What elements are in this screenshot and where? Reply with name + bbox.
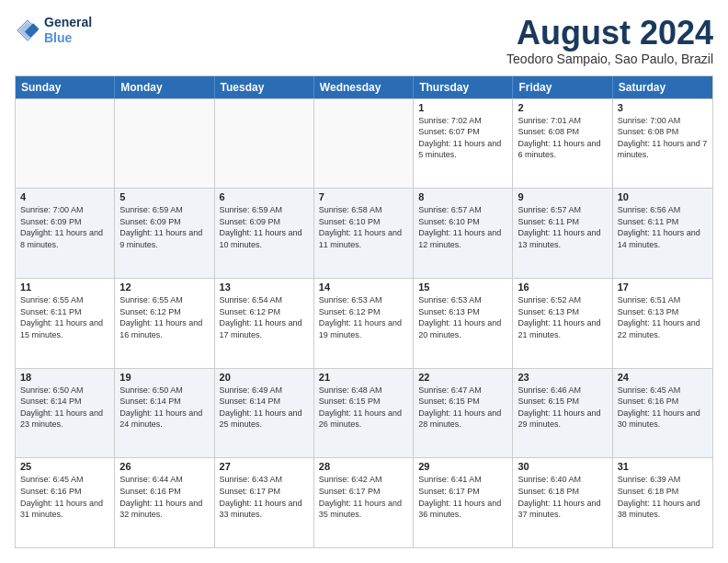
- day-number: 5: [119, 191, 209, 202]
- day-number: 2: [518, 102, 607, 113]
- cell-details: Sunrise: 6:53 AM Sunset: 6:12 PM Dayligh…: [319, 294, 408, 340]
- day-number: 24: [618, 372, 708, 383]
- day-number: 9: [518, 191, 607, 202]
- calendar-row: 4Sunrise: 7:00 AM Sunset: 6:09 PM Daylig…: [16, 188, 712, 278]
- page: General Blue August 2024 Teodoro Sampaio…: [0, 0, 728, 563]
- cell-details: Sunrise: 6:58 AM Sunset: 6:10 PM Dayligh…: [319, 204, 408, 250]
- calendar-cell: 28Sunrise: 6:42 AM Sunset: 6:17 PM Dayli…: [314, 458, 414, 547]
- cell-details: Sunrise: 6:46 AM Sunset: 6:15 PM Dayligh…: [518, 385, 607, 431]
- calendar-header-cell: Monday: [115, 76, 214, 98]
- calendar-header: SundayMondayTuesdayWednesdayThursdayFrid…: [16, 76, 712, 98]
- calendar-header-cell: Tuesday: [215, 76, 314, 98]
- cell-details: Sunrise: 6:57 AM Sunset: 6:11 PM Dayligh…: [518, 204, 607, 250]
- calendar-cell: 30Sunrise: 6:40 AM Sunset: 6:18 PM Dayli…: [513, 458, 612, 547]
- cell-details: Sunrise: 6:50 AM Sunset: 6:14 PM Dayligh…: [119, 385, 209, 431]
- calendar-cell: 6Sunrise: 6:59 AM Sunset: 6:09 PM Daylig…: [215, 189, 314, 278]
- calendar-cell: 27Sunrise: 6:43 AM Sunset: 6:17 PM Dayli…: [215, 458, 314, 547]
- calendar-cell: 15Sunrise: 6:53 AM Sunset: 6:13 PM Dayli…: [414, 279, 513, 368]
- cell-details: Sunrise: 6:51 AM Sunset: 6:13 PM Dayligh…: [618, 294, 708, 340]
- cell-details: Sunrise: 7:00 AM Sunset: 6:09 PM Dayligh…: [20, 204, 109, 250]
- logo-line2: Blue: [44, 30, 92, 46]
- calendar-header-cell: Wednesday: [314, 76, 414, 98]
- calendar-cell: 31Sunrise: 6:39 AM Sunset: 6:18 PM Dayli…: [613, 458, 712, 547]
- header: General Blue August 2024 Teodoro Sampaio…: [15, 15, 713, 66]
- day-number: 28: [319, 461, 408, 472]
- calendar-cell: [16, 99, 115, 189]
- calendar-cell: 1Sunrise: 7:02 AM Sunset: 6:07 PM Daylig…: [414, 99, 513, 189]
- day-number: 26: [119, 461, 209, 472]
- cell-details: Sunrise: 6:45 AM Sunset: 6:16 PM Dayligh…: [618, 385, 708, 431]
- day-number: 1: [418, 102, 507, 113]
- day-number: 27: [220, 461, 309, 472]
- title-section: August 2024 Teodoro Sampaio, Sao Paulo, …: [506, 15, 713, 66]
- day-number: 21: [319, 372, 408, 383]
- cell-details: Sunrise: 7:02 AM Sunset: 6:07 PM Dayligh…: [418, 115, 507, 161]
- cell-details: Sunrise: 6:47 AM Sunset: 6:15 PM Dayligh…: [418, 385, 507, 431]
- day-number: 20: [220, 372, 309, 383]
- calendar-cell: 23Sunrise: 6:46 AM Sunset: 6:15 PM Dayli…: [513, 369, 612, 458]
- calendar-cell: 10Sunrise: 6:56 AM Sunset: 6:11 PM Dayli…: [613, 189, 712, 278]
- calendar-cell: 29Sunrise: 6:41 AM Sunset: 6:17 PM Dayli…: [414, 458, 513, 547]
- day-number: 18: [20, 372, 109, 383]
- cell-details: Sunrise: 6:42 AM Sunset: 6:17 PM Dayligh…: [319, 474, 408, 520]
- day-number: 19: [119, 372, 209, 383]
- logo-icon: [15, 17, 40, 43]
- logo-text: General Blue: [44, 15, 92, 46]
- cell-details: Sunrise: 6:55 AM Sunset: 6:11 PM Dayligh…: [20, 294, 109, 340]
- calendar-cell: 13Sunrise: 6:54 AM Sunset: 6:12 PM Dayli…: [215, 279, 314, 368]
- cell-details: Sunrise: 6:57 AM Sunset: 6:10 PM Dayligh…: [418, 204, 507, 250]
- day-number: 16: [518, 282, 607, 293]
- calendar-cell: 7Sunrise: 6:58 AM Sunset: 6:10 PM Daylig…: [314, 189, 414, 278]
- cell-details: Sunrise: 6:50 AM Sunset: 6:14 PM Dayligh…: [20, 385, 109, 431]
- calendar-cell: 18Sunrise: 6:50 AM Sunset: 6:14 PM Dayli…: [16, 369, 115, 458]
- logo: General Blue: [15, 15, 92, 46]
- calendar-header-cell: Thursday: [414, 76, 513, 98]
- day-number: 15: [418, 282, 507, 293]
- calendar-cell: 17Sunrise: 6:51 AM Sunset: 6:13 PM Dayli…: [613, 279, 712, 368]
- calendar-header-cell: Friday: [513, 76, 612, 98]
- day-number: 29: [418, 461, 507, 472]
- day-number: 23: [518, 372, 607, 383]
- day-number: 31: [618, 461, 708, 472]
- calendar-cell: [215, 99, 314, 189]
- calendar-cell: 22Sunrise: 6:47 AM Sunset: 6:15 PM Dayli…: [414, 369, 513, 458]
- cell-details: Sunrise: 6:53 AM Sunset: 6:13 PM Dayligh…: [418, 294, 507, 340]
- day-number: 22: [418, 372, 507, 383]
- day-number: 6: [220, 191, 309, 202]
- month-title: August 2024: [506, 15, 713, 52]
- calendar-row: 25Sunrise: 6:45 AM Sunset: 6:16 PM Dayli…: [16, 457, 712, 547]
- calendar-row: 18Sunrise: 6:50 AM Sunset: 6:14 PM Dayli…: [16, 368, 712, 458]
- cell-details: Sunrise: 6:43 AM Sunset: 6:17 PM Dayligh…: [220, 474, 309, 520]
- logo-line1: General: [44, 15, 92, 30]
- calendar: SundayMondayTuesdayWednesdayThursdayFrid…: [15, 75, 713, 548]
- calendar-cell: [314, 99, 414, 189]
- day-number: 30: [518, 461, 607, 472]
- day-number: 17: [618, 282, 708, 293]
- calendar-cell: 4Sunrise: 7:00 AM Sunset: 6:09 PM Daylig…: [16, 189, 115, 278]
- cell-details: Sunrise: 6:55 AM Sunset: 6:12 PM Dayligh…: [119, 294, 209, 340]
- day-number: 12: [119, 282, 209, 293]
- day-number: 14: [319, 282, 408, 293]
- calendar-cell: 26Sunrise: 6:44 AM Sunset: 6:16 PM Dayli…: [115, 458, 214, 547]
- day-number: 25: [20, 461, 109, 472]
- calendar-cell: 20Sunrise: 6:49 AM Sunset: 6:14 PM Dayli…: [215, 369, 314, 458]
- calendar-cell: 11Sunrise: 6:55 AM Sunset: 6:11 PM Dayli…: [16, 279, 115, 368]
- day-number: 8: [418, 191, 507, 202]
- day-number: 7: [319, 191, 408, 202]
- cell-details: Sunrise: 6:39 AM Sunset: 6:18 PM Dayligh…: [618, 474, 708, 520]
- cell-details: Sunrise: 6:49 AM Sunset: 6:14 PM Dayligh…: [220, 385, 309, 431]
- cell-details: Sunrise: 6:59 AM Sunset: 6:09 PM Dayligh…: [119, 204, 209, 250]
- day-number: 10: [618, 191, 708, 202]
- calendar-cell: 5Sunrise: 6:59 AM Sunset: 6:09 PM Daylig…: [115, 189, 214, 278]
- cell-details: Sunrise: 7:01 AM Sunset: 6:08 PM Dayligh…: [518, 115, 607, 161]
- day-number: 13: [220, 282, 309, 293]
- calendar-cell: 2Sunrise: 7:01 AM Sunset: 6:08 PM Daylig…: [513, 99, 612, 189]
- day-number: 4: [20, 191, 109, 202]
- calendar-cell: 12Sunrise: 6:55 AM Sunset: 6:12 PM Dayli…: [115, 279, 214, 368]
- cell-details: Sunrise: 6:41 AM Sunset: 6:17 PM Dayligh…: [418, 474, 507, 520]
- cell-details: Sunrise: 6:45 AM Sunset: 6:16 PM Dayligh…: [20, 474, 109, 520]
- calendar-row: 11Sunrise: 6:55 AM Sunset: 6:11 PM Dayli…: [16, 278, 712, 368]
- calendar-cell: 21Sunrise: 6:48 AM Sunset: 6:15 PM Dayli…: [314, 369, 414, 458]
- day-number: 11: [20, 282, 109, 293]
- cell-details: Sunrise: 6:40 AM Sunset: 6:18 PM Dayligh…: [518, 474, 607, 520]
